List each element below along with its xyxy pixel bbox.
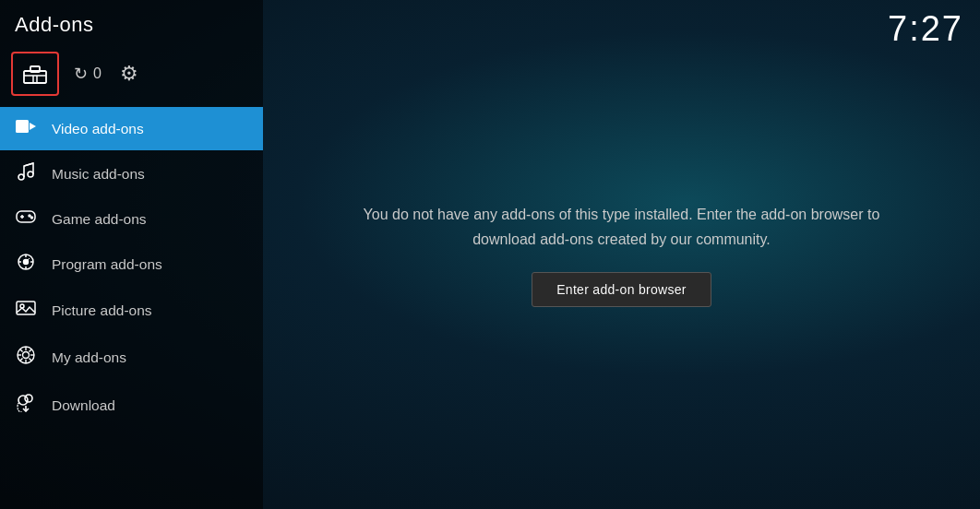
game-icon bbox=[15, 209, 37, 229]
refresh-count: 0 bbox=[93, 65, 102, 82]
sidebar-item-video[interactable]: Video add-ons bbox=[0, 107, 263, 150]
music-icon bbox=[15, 162, 37, 185]
picture-icon bbox=[15, 300, 37, 321]
sidebar-item-program[interactable]: Program add-ons bbox=[0, 241, 263, 288]
app-layout: Add-ons ↻ 0 ⚙ bbox=[0, 0, 980, 509]
svg-line-9 bbox=[24, 163, 33, 166]
empty-message: You do not have any add-ons of this type… bbox=[364, 202, 880, 252]
sidebar-item-program-label: Program add-ons bbox=[52, 256, 162, 273]
addon-box-icon bbox=[23, 64, 47, 84]
refresh-icon: ↻ bbox=[74, 64, 88, 84]
svg-line-31 bbox=[30, 359, 32, 361]
svg-point-7 bbox=[18, 174, 24, 180]
sidebar-item-myaddon[interactable]: My add-ons bbox=[0, 333, 263, 382]
sidebar: Add-ons ↻ 0 ⚙ bbox=[0, 0, 263, 509]
sidebar-item-video-label: Video add-ons bbox=[52, 121, 144, 137]
enter-addon-browser-button[interactable]: Enter add-on browser bbox=[532, 272, 711, 307]
svg-point-14 bbox=[31, 217, 33, 219]
settings-icon[interactable]: ⚙ bbox=[120, 62, 138, 86]
sidebar-item-picture-label: Picture add-ons bbox=[52, 302, 152, 319]
sidebar-item-myaddon-label: My add-ons bbox=[52, 349, 126, 366]
svg-line-21 bbox=[28, 258, 30, 260]
sidebar-item-music[interactable]: Music add-ons bbox=[0, 150, 263, 197]
download-icon bbox=[15, 394, 37, 417]
svg-point-35 bbox=[25, 395, 32, 402]
svg-line-33 bbox=[20, 359, 23, 361]
svg-point-20 bbox=[24, 260, 29, 265]
refresh-button[interactable]: ↻ 0 bbox=[74, 64, 102, 84]
video-icon bbox=[15, 119, 37, 138]
sidebar-item-picture[interactable]: Picture add-ons bbox=[0, 288, 263, 333]
addon-box-button[interactable] bbox=[11, 52, 59, 96]
svg-rect-0 bbox=[24, 71, 46, 83]
sidebar-item-game-label: Game add-ons bbox=[52, 211, 147, 228]
sidebar-item-music-label: Music add-ons bbox=[52, 166, 145, 183]
svg-point-13 bbox=[29, 215, 30, 217]
program-icon bbox=[15, 253, 37, 276]
sidebar-header: Add-ons bbox=[0, 0, 263, 44]
svg-line-32 bbox=[30, 349, 32, 352]
svg-point-25 bbox=[23, 352, 30, 359]
sidebar-item-game[interactable]: Game add-ons bbox=[0, 197, 263, 241]
svg-marker-6 bbox=[30, 123, 36, 130]
svg-point-8 bbox=[28, 172, 33, 177]
myaddon-icon bbox=[15, 345, 37, 370]
main-content: You do not have any add-ons of this type… bbox=[263, 0, 980, 509]
icon-bar: ↻ 0 ⚙ bbox=[0, 44, 263, 107]
svg-line-30 bbox=[20, 349, 23, 352]
svg-rect-5 bbox=[16, 120, 29, 133]
sidebar-item-download[interactable]: Download bbox=[0, 382, 263, 429]
page-title: Add-ons bbox=[15, 13, 93, 37]
sidebar-item-download-label: Download bbox=[52, 397, 115, 414]
